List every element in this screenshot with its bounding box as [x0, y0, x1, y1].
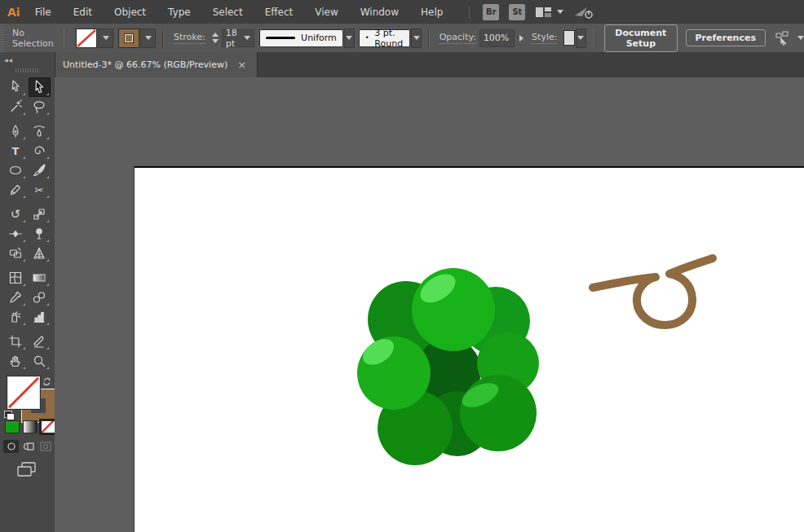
fill-swatch[interactable]: [7, 376, 40, 409]
preferences-button[interactable]: Preferences: [686, 29, 766, 46]
opacity-field[interactable]: 100%: [479, 29, 515, 47]
divider: [162, 29, 164, 48]
symbol-sprayer-tool[interactable]: [5, 307, 27, 327]
magic-wand-tool[interactable]: [5, 97, 27, 117]
menu-item-window[interactable]: Window: [359, 5, 400, 20]
workspace-switcher[interactable]: [535, 6, 563, 19]
blend-tool[interactable]: [29, 288, 51, 307]
menu-item-help[interactable]: Help: [419, 5, 444, 20]
paintbrush-tool[interactable]: [29, 160, 51, 180]
none-button[interactable]: [41, 420, 55, 433]
step-down-icon: [212, 39, 219, 43]
scissors-tool[interactable]: ✂: [29, 180, 51, 200]
draw-normal-button[interactable]: [3, 440, 19, 453]
eyedropper-tool[interactable]: [5, 288, 27, 307]
brush-preview-dot: •: [365, 34, 369, 42]
collapse-panel-button[interactable]: ◀◀: [0, 52, 55, 63]
stock-button[interactable]: St: [509, 4, 525, 20]
artwork-svg: [135, 168, 804, 532]
step-up-icon: [212, 33, 219, 37]
tool-grid: T✂↺: [0, 77, 55, 371]
chevron-down-icon: [145, 36, 152, 40]
default-fill-stroke-icon[interactable]: [4, 411, 15, 420]
scale-tool[interactable]: [29, 204, 51, 224]
stroke-weight-stepper[interactable]: [212, 33, 219, 43]
document-tab[interactable]: Untitled-3* @ 66.67% (RGB/Preview) ×: [55, 52, 258, 77]
swap-fill-stroke-icon[interactable]: [42, 375, 52, 390]
curvature-tool[interactable]: [29, 121, 51, 141]
chevron-down-icon: [797, 36, 804, 40]
chevron-down-icon: [346, 36, 352, 40]
menu-item-effect[interactable]: Effect: [263, 5, 295, 20]
brush-value: 3 pt. Round: [374, 28, 404, 49]
ellipse-tool[interactable]: [5, 160, 27, 180]
opacity-flyout-icon[interactable]: [519, 35, 523, 42]
control-bar: No Selection Stroke: 18 pt Uniform • 3 p…: [0, 24, 804, 53]
shape-builder-tool[interactable]: [5, 244, 27, 263]
bridge-button[interactable]: Br: [483, 4, 499, 20]
grape-cluster[interactable]: [357, 268, 539, 465]
menu-item-select[interactable]: Select: [211, 5, 245, 20]
fill-color-swatch[interactable]: [76, 29, 97, 48]
app-logo[interactable]: Ai: [7, 6, 20, 19]
width-profile-chevron[interactable]: [344, 29, 355, 48]
mesh-tool[interactable]: [5, 268, 27, 288]
gpu-performance-icon[interactable]: [573, 5, 594, 20]
chevron-down-icon: [103, 36, 109, 40]
canvas-area[interactable]: [55, 77, 804, 532]
menu-item-file[interactable]: File: [33, 5, 53, 20]
menu-item-edit[interactable]: Edit: [72, 5, 94, 20]
zoom-tool[interactable]: [29, 351, 51, 371]
change-screen-mode-icon[interactable]: [16, 461, 38, 481]
stroke-color-swatch[interactable]: [118, 29, 139, 48]
style-chevron[interactable]: [576, 29, 586, 48]
gradient-tool[interactable]: [29, 268, 51, 288]
brush-dropdown[interactable]: • 3 pt. Round: [359, 29, 411, 47]
gradient-button[interactable]: [23, 420, 38, 433]
hand-tool[interactable]: [5, 351, 27, 371]
puppet-warp-tool[interactable]: [29, 224, 51, 244]
width-tool[interactable]: [5, 224, 27, 244]
menu-item-type[interactable]: Type: [166, 5, 192, 20]
divider: [593, 29, 594, 48]
stroke-panel-link[interactable]: Stroke:: [174, 32, 205, 44]
stroke-weight-field[interactable]: 18 pt: [222, 29, 254, 47]
brown-curl-stroke[interactable]: [593, 258, 713, 325]
style-swatch[interactable]: [563, 30, 574, 46]
width-profile-dropdown[interactable]: Uniform: [259, 29, 343, 47]
stroke-color-dropdown[interactable]: [140, 29, 156, 48]
slice-tool[interactable]: [29, 332, 51, 351]
lasso-tool[interactable]: [29, 97, 51, 117]
perspective-grid-tool[interactable]: [29, 244, 51, 263]
menu-item-view[interactable]: View: [313, 5, 339, 20]
divider: [428, 29, 430, 48]
draw-inside-button[interactable]: [38, 440, 53, 453]
fill-color-dropdown[interactable]: [98, 29, 113, 48]
type-tool[interactable]: T: [5, 141, 27, 160]
pen-tool[interactable]: [5, 121, 27, 141]
color-button[interactable]: [5, 420, 20, 433]
opacity-panel-link[interactable]: Opacity:: [440, 32, 476, 44]
direct-selection-tool[interactable]: [5, 77, 27, 97]
menu-item-object[interactable]: Object: [113, 5, 148, 20]
style-panel-link[interactable]: Style:: [532, 32, 557, 44]
pencil-tool[interactable]: [5, 180, 27, 200]
tab-close-icon[interactable]: ×: [237, 59, 246, 70]
selection-status: No Selection: [12, 28, 54, 49]
panel-grip[interactable]: [15, 68, 40, 73]
document-setup-button[interactable]: Document Setup: [604, 24, 677, 52]
chevron-down-icon: [413, 36, 420, 40]
spiral-tool[interactable]: [29, 141, 51, 160]
column-graph-tool[interactable]: [29, 307, 51, 327]
draw-behind-button[interactable]: [20, 440, 36, 453]
align-options-icon[interactable]: [775, 31, 793, 46]
artboard[interactable]: [134, 166, 804, 532]
selection-tool[interactable]: [29, 77, 51, 97]
draw-mode-buttons: [0, 440, 58, 453]
artboard-tool[interactable]: [5, 332, 27, 351]
brush-chevron[interactable]: [411, 29, 422, 48]
color-mode-buttons: [0, 420, 60, 433]
document-tab-title: Untitled-3* @ 66.67% (RGB/Preview): [63, 59, 228, 70]
rotate-tool[interactable]: ↺: [5, 204, 27, 224]
controlbar-grip[interactable]: [0, 24, 4, 52]
